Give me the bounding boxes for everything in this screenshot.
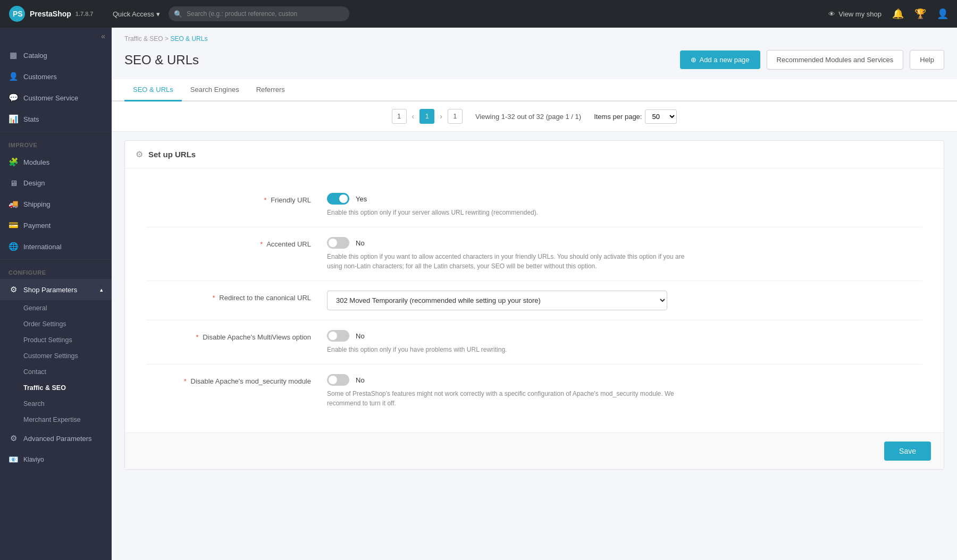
page-current[interactable]: 1 [419,109,434,124]
sidebar-item-label: Modules [23,158,49,166]
sidebar-item-modules[interactable]: 🧩 Modules [0,151,112,173]
layout: « ▦ Catalog 👤 Customers 💬 Customer Servi… [0,28,957,560]
svg-text:PS: PS [13,10,23,18]
sidebar-divider-2 [0,259,112,260]
sidebar-sub-search[interactable]: Search [0,396,112,412]
sidebar-item-stats[interactable]: 📊 Stats [0,108,112,130]
save-button[interactable]: Save [884,442,931,461]
mod-security-label: Disable Apache's mod_security module [191,377,312,385]
sidebar-item-customer-service[interactable]: 💬 Customer Service [0,87,112,108]
mod-security-toggle[interactable] [327,374,349,386]
breadcrumb-current[interactable]: SEO & URLs [170,35,207,43]
add-new-page-button[interactable]: ⊕ + Add a new page Add a new page [680,50,760,69]
sidebar-sub-merchant-expertise[interactable]: Merchant Expertise [0,412,112,428]
mod-security-label-wrap: * Disable Apache's mod_security module [146,374,327,385]
accented-url-toggle-row: No [327,237,922,249]
sidebar-item-label: Customers [23,73,57,81]
configure-section-label: CONFIGURE [0,262,112,279]
page-header: SEO & URLs ⊕ + Add a new page Add a new … [112,46,957,79]
notifications-icon[interactable]: 🔔 [892,8,904,20]
sidebar-sub-traffic-seo[interactable]: Traffic & SEO [0,380,112,396]
multiviews-toggle[interactable] [327,330,349,342]
page-navigation: 1 ‹ 1 › 1 [392,109,463,124]
tab-referrers[interactable]: Referrers [248,79,293,101]
recommended-modules-button[interactable]: Recommended Modules and Services [767,50,904,70]
breadcrumb-parent: Traffic & SEO [124,35,163,43]
help-button[interactable]: Help [910,50,944,70]
logo: PS PrestaShop 1.7.8.7 [9,5,104,22]
sidebar-item-advanced-parameters[interactable]: ⚙ Advanced Parameters [0,428,112,449]
redirect-label: Redirect to the canonical URL [219,294,311,302]
required-star: * [184,377,187,385]
prestashop-logo-icon: PS [9,5,26,22]
sidebar-item-international[interactable]: 🌐 International [0,236,112,257]
shop-params-icon: ⚙ [9,285,18,294]
sidebar-sub-order-settings[interactable]: Order Settings [0,316,112,332]
multiviews-label-wrap: * Disable Apache's MultiViews option [146,330,327,341]
sidebar-sub-contact[interactable]: Contact [0,364,112,380]
sidebar-sub-customer-settings[interactable]: Customer Settings [0,348,112,364]
view-shop-button[interactable]: 👁 View my shop [828,10,882,18]
sidebar-item-customers[interactable]: 👤 Customers [0,66,112,87]
topbar-search: 🔍 [169,6,349,21]
page-last-button[interactable]: 1 [448,109,463,124]
user-account-icon[interactable]: 👤 [937,8,948,20]
page-first-button[interactable]: 1 [392,109,407,124]
sidebar-item-klaviyo[interactable]: 📧 Klaviyo [0,449,112,470]
items-per-page-select[interactable]: 10 20 50 100 [645,109,677,124]
page-next-button[interactable]: › [438,112,444,121]
trophy-icon[interactable]: 🏆 [914,8,926,20]
breadcrumb: Traffic & SEO > SEO & URLs [112,28,957,46]
modules-icon: 🧩 [9,157,18,167]
section-title: Set up URLs [148,150,196,159]
friendly-url-toggle[interactable] [327,193,349,205]
sidebar-item-catalog[interactable]: ▦ Catalog [0,45,112,66]
sidebar: « ▦ Catalog 👤 Customers 💬 Customer Servi… [0,28,112,560]
multiviews-label: Disable Apache's MultiViews option [203,333,311,341]
view-shop-label: View my shop [838,10,882,18]
collapse-sidebar-button[interactable]: « [101,32,105,40]
sidebar-item-payment[interactable]: 💳 Payment [0,215,112,236]
accented-url-row: * Accented URL No Enable this option if … [146,227,922,281]
sidebar-collapse: « [0,28,112,45]
save-row: Save [125,432,944,469]
required-star: * [264,196,266,204]
accented-url-toggle[interactable] [327,237,349,249]
items-per-page-label: Items per page: [594,113,642,121]
sidebar-sub-product-settings[interactable]: Product Settings [0,332,112,348]
quick-access-label: Quick Access [113,10,154,18]
search-input[interactable] [169,6,349,21]
sidebar-item-label: International [23,243,62,251]
mod-security-control: No Some of PrestaShop's features might n… [327,374,922,408]
page-prev-button[interactable]: ‹ [410,112,417,121]
sidebar-item-design[interactable]: 🖥 Design [0,173,112,193]
sidebar-sub-general[interactable]: General [0,300,112,316]
advanced-params-label: Advanced Parameters [23,435,92,443]
quick-access-menu[interactable]: Quick Access ▾ [113,10,160,18]
setup-urls-section: ⚙ Set up URLs * Friendly URL [124,140,944,470]
friendly-url-slider [327,193,349,205]
payment-icon: 💳 [9,220,18,230]
tab-search-engines[interactable]: Search Engines [182,79,248,101]
klaviyo-label: Klaviyo [23,456,44,463]
friendly-url-toggle-row: Yes [327,193,922,205]
redirect-select[interactable]: No redirection 301 Moved Permanently 302… [327,291,667,310]
customer-service-icon: 💬 [9,93,18,103]
sidebar-item-shipping[interactable]: 🚚 Shipping [0,193,112,215]
catalog-icon: ▦ [9,50,18,60]
sidebar-divider-1 [0,132,112,132]
search-icon: 🔍 [174,10,182,18]
accented-url-label: Accented URL [266,240,311,248]
disable-mod-security-row: * Disable Apache's mod_security module N… [146,364,922,418]
section-gear-icon: ⚙ [136,149,143,159]
design-icon: 🖥 [9,179,18,188]
version-text: 1.7.8.7 [75,11,94,17]
sidebar-item-shop-parameters[interactable]: ⚙ Shop Parameters ▴ [0,279,112,300]
sidebar-item-label: Stats [23,115,39,123]
shop-params-arrow-icon: ▴ [100,286,103,293]
pagination-bar: 1 ‹ 1 › 1 Viewing 1-32 out of 32 (page 1… [112,101,957,132]
required-star: * [196,333,198,341]
accented-url-label-wrap: * Accented URL [146,237,327,248]
international-icon: 🌐 [9,242,18,251]
tab-seo-urls[interactable]: SEO & URLs [124,79,182,101]
